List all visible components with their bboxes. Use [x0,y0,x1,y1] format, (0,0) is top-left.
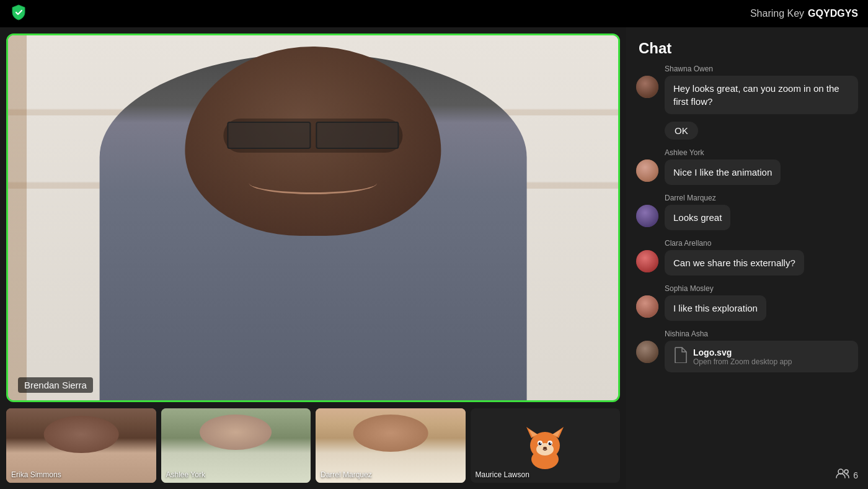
thumb-name-ashlee: Ashlee York [166,470,205,479]
fox-avatar-svg [520,421,570,470]
chat-content-ashlee: Ashlee York Nice I like the animation [665,148,858,185]
chat-footer: 6 [626,464,868,489]
chat-sender-clara: Clara Arellano [665,239,858,248]
chat-bubble-shawna-2: OK [665,122,698,140]
chat-message-ashlee: Ashlee York Nice I like the animation [636,148,858,185]
svg-point-15 [844,470,848,473]
avatar-sophia [636,295,658,318]
avatar-clara [636,250,658,272]
chat-content-nishina: Nishina Asha Logo.svg Open from Zoom des… [665,330,858,372]
chat-panel: Chat Shawna Owen Hey looks great, can yo… [626,27,868,489]
sharing-key-area: Sharing Key GQYDGYS [750,8,858,19]
chat-message-sophia: Sophia Mosley I like this exploration [636,284,858,321]
avatar-shawna [636,76,658,98]
presenter-name-label: Brendan Sierra [18,377,93,393]
chat-sender-sophia: Sophia Mosley [665,284,858,293]
svg-point-13 [543,447,547,449]
file-icon [673,347,687,366]
thumbnails-row: Erika Simmons Ashlee York Darrel Marquez [6,408,620,483]
chat-message-nishina: Nishina Asha Logo.svg Open from Zoom des… [636,330,858,372]
thumbnail-ashlee: Ashlee York [161,408,311,483]
chat-sender-nishina: Nishina Asha [665,330,858,338]
chat-sender-shawna: Shawna Owen [665,65,858,73]
video-area: Brendan Sierra Erika Simmons [0,27,626,489]
sharing-key-value: GQYDGYS [808,8,858,19]
file-name: Logo.svg [693,348,792,357]
topbar: Sharing Key GQYDGYS [0,0,868,27]
avatar-nishina [636,341,658,363]
thumb-name-maurice: Maurice Lawson [476,470,529,479]
chat-message-clara: Clara Arellano Can we share this externa… [636,239,858,276]
chat-content-darrel: Darrel Marquez Looks great [665,194,858,230]
sharing-key-label: Sharing Key [750,8,804,19]
chat-bubble-clara: Can we share this externally? [665,250,804,276]
svg-point-11 [540,442,541,444]
participant-count: 6 [836,469,858,482]
participant-count-value: 6 [853,470,858,480]
chat-file-nishina[interactable]: Logo.svg Open from Zoom desktop app [665,341,858,372]
thumbnail-darrel: Darrel Marquez [316,408,466,483]
main-video: Brendan Sierra [6,34,620,402]
chat-bubble-shawna-1: Hey looks great, can you zoom in on the … [665,76,858,114]
svg-point-9 [539,442,542,446]
chat-sender-ashlee: Ashlee York [665,148,858,157]
thumb-name-erika: Erika Simmons [11,470,61,479]
thumbnail-erika: Erika Simmons [6,408,156,483]
chat-content-shawna: Shawna Owen Hey looks great, can you zoo… [665,65,858,140]
file-action: Open from Zoom desktop app [693,357,792,366]
chat-bubble-sophia: I like this exploration [665,295,766,321]
chat-messages: Shawna Owen Hey looks great, can you zoo… [626,65,868,464]
thumb-name-darrel: Darrel Marquez [321,470,372,479]
chat-bubble-ashlee: Nice I like the animation [665,159,781,185]
chat-message-shawna: Shawna Owen Hey looks great, can you zoo… [636,65,858,140]
avatar-ashlee [636,159,658,182]
svg-point-10 [549,442,552,446]
chat-content-clara: Clara Arellano Can we share this externa… [665,239,858,276]
logo-shield [10,4,27,24]
svg-point-12 [550,442,551,444]
chat-header: Chat [626,27,868,65]
chat-bubble-darrel: Looks great [665,205,730,230]
thumbnail-maurice: Maurice Lawson [471,408,621,483]
people-icon [836,469,849,482]
main-content: Brendan Sierra Erika Simmons [0,27,868,489]
main-video-canvas: Brendan Sierra [8,35,618,400]
chat-message-darrel: Darrel Marquez Looks great [636,194,858,230]
chat-content-sophia: Sophia Mosley I like this exploration [665,284,858,321]
file-info: Logo.svg Open from Zoom desktop app [693,348,792,366]
chat-sender-darrel: Darrel Marquez [665,194,858,202]
avatar-darrel [636,205,658,227]
